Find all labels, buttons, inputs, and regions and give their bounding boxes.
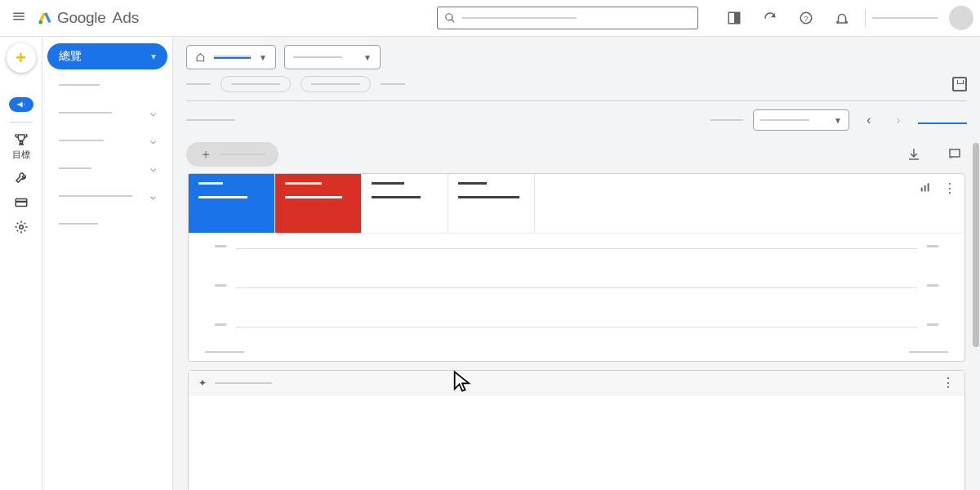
side-nav: 總覽 ▾ ⌵ ⌵ ⌵ ⌵ — [42, 37, 173, 490]
metrics-header: ⋮ — [189, 174, 964, 234]
sidenav-item-2[interactable]: ⌵ — [47, 100, 167, 125]
filter-label — [186, 83, 211, 85]
ads-logo-icon — [38, 11, 52, 25]
prev-period-button[interactable]: ‹ — [859, 113, 879, 127]
svg-rect-8 — [950, 149, 960, 157]
left-rail: + 目標 — [0, 37, 42, 490]
card-menu-icon[interactable]: ⋮ — [943, 180, 956, 197]
campaign-scope-dropdown[interactable]: ▼ — [284, 45, 381, 69]
meta-row: ▼ ‹ › — [173, 101, 980, 139]
caret-down-icon: ▼ — [834, 116, 842, 125]
main-content: ▼ ▼ ▼ ‹ › — [173, 37, 980, 490]
chevron-down-icon: ⌵ — [150, 163, 156, 174]
product-name-2: Ads — [112, 9, 139, 27]
plus-icon: + — [16, 47, 26, 69]
svg-rect-10 — [924, 185, 926, 191]
svg-rect-2 — [734, 12, 740, 24]
rail-item-billing[interactable] — [14, 195, 29, 210]
metrics-chart — [189, 234, 964, 351]
metric-tile-3[interactable] — [362, 174, 448, 233]
caret-down-icon: ▼ — [363, 53, 372, 62]
chevron-down-icon: ⌵ — [150, 135, 156, 146]
home-icon — [195, 51, 206, 63]
card-icon — [14, 195, 29, 210]
metric-tile-4[interactable] — [448, 174, 535, 233]
account-label[interactable] — [872, 17, 938, 19]
caret-down-icon: ▼ — [259, 53, 267, 62]
date-range-dropdown[interactable]: ▼ — [753, 109, 849, 131]
tool-row: ＋ — [173, 139, 980, 173]
appearance-icon[interactable] — [718, 11, 751, 25]
chevron-down-icon: ⌵ — [150, 107, 156, 118]
help-icon[interactable]: ? — [790, 11, 822, 25]
refresh-icon[interactable] — [754, 11, 786, 25]
save-icon[interactable] — [952, 77, 967, 91]
date-label — [710, 119, 743, 121]
sidenav-item-4[interactable]: ⌵ — [47, 156, 167, 180]
search-icon — [444, 12, 456, 24]
sidenav-item-5[interactable]: ⌵ — [47, 184, 167, 208]
product-name-1: Google — [57, 9, 105, 27]
filter-chip-2[interactable] — [301, 76, 371, 92]
chevron-down-icon: ▾ — [151, 51, 156, 62]
next-period-button[interactable]: › — [889, 113, 908, 127]
hamburger-menu-icon[interactable] — [7, 4, 31, 32]
account-scope-dropdown[interactable]: ▼ — [186, 45, 276, 69]
metric-tile-1[interactable] — [189, 174, 275, 233]
user-avatar[interactable] — [949, 6, 973, 30]
page-title — [186, 119, 235, 121]
svg-rect-11 — [928, 183, 929, 191]
sidenav-item-3[interactable]: ⌵ — [47, 128, 167, 153]
filter-chip-row — [173, 69, 980, 100]
create-fab[interactable]: + — [7, 43, 36, 73]
sidenav-overview-label: 總覽 — [59, 49, 82, 64]
feedback-icon[interactable] — [942, 147, 967, 162]
search-input[interactable] — [437, 7, 698, 29]
vertical-scrollbar[interactable] — [972, 37, 980, 490]
svg-rect-9 — [921, 188, 923, 192]
sidenav-overview[interactable]: 總覽 ▾ — [47, 43, 167, 69]
plus-icon: ＋ — [199, 146, 212, 163]
compare-toggle[interactable] — [918, 116, 967, 124]
add-card-button[interactable]: ＋ — [186, 142, 278, 167]
notifications-icon[interactable] — [826, 11, 858, 25]
app-header: Google Ads ? — [0, 0, 980, 37]
filter-chip-1[interactable] — [220, 76, 291, 92]
card-menu-icon[interactable]: ⋮ — [942, 375, 955, 390]
svg-point-7 — [19, 225, 23, 229]
gear-icon — [14, 220, 29, 234]
tools-icon — [14, 171, 29, 185]
sidenav-item-1[interactable] — [47, 73, 167, 97]
sparkle-icon: ✦ — [198, 377, 207, 389]
trophy-icon — [14, 132, 29, 147]
metric-tile-2[interactable] — [275, 174, 362, 233]
expand-chart-icon[interactable] — [919, 180, 932, 197]
sidenav-item-6[interactable] — [47, 212, 167, 236]
context-bar: ▼ ▼ — [173, 37, 980, 69]
svg-point-0 — [39, 20, 43, 24]
svg-rect-6 — [16, 201, 27, 203]
recommendations-card: ✦ ⋮ — [188, 370, 965, 490]
search-placeholder — [462, 17, 577, 19]
product-logo[interactable]: Google Ads — [38, 9, 139, 27]
recommendations-title — [215, 382, 272, 384]
megaphone-icon — [9, 97, 33, 112]
metrics-card: ⋮ — [188, 173, 965, 362]
rail-item-campaigns[interactable] — [9, 97, 33, 112]
filter-trail — [381, 83, 405, 85]
rail-item-goals-label: 目標 — [12, 149, 30, 161]
chevron-down-icon: ⌵ — [150, 190, 156, 202]
svg-text:?: ? — [804, 14, 808, 23]
rail-item-goals[interactable]: 目標 — [12, 132, 30, 161]
rail-item-admin[interactable] — [14, 220, 29, 234]
chart-x-axis — [189, 351, 964, 361]
header-separator — [865, 9, 866, 27]
rail-item-tools[interactable] — [14, 171, 29, 185]
download-icon[interactable] — [902, 147, 926, 162]
